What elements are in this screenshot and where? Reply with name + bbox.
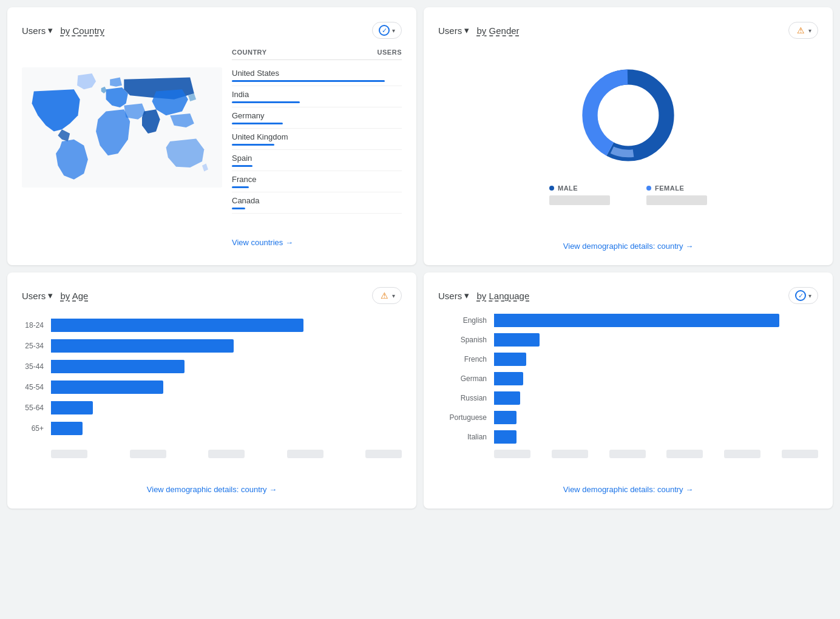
country-name: Germany [232,111,402,120]
country-list-item: Germany [232,107,402,129]
age-bar-row: 18-24 [22,319,402,332]
age-bar-label: 18-24 [22,321,44,330]
axis-label-4 [287,450,323,458]
gender-card: Users▾ by Gender ⚠ ▾ [424,7,833,265]
donut-container: MALE FEMALE [438,49,818,217]
country-title-users: Users [22,25,46,36]
chevron-down-icon: ▾ [392,27,395,34]
country-card: Users▾ by Country ✓ ▾ [7,7,416,265]
country-title-by: by Country [61,25,105,36]
lang-axis-label-3 [609,450,646,458]
view-age-link[interactable]: View demographic details: country → [22,485,402,494]
chevron-down-icon: ▾ [808,27,811,34]
age-dropdown[interactable]: ⚠ ▾ [372,287,402,304]
view-language-row: View demographic details: country → [438,470,818,494]
language-card-title: Users▾ by Language [438,290,529,301]
age-bar-track [51,422,402,435]
language-chart: English Spanish French German Russian Po… [438,314,818,444]
language-bar-label: German [438,374,487,383]
axis-label-1 [51,450,87,458]
female-label: FEMALE [646,184,684,192]
gender-title-users: Users [438,25,462,36]
language-card-header: Users▾ by Language ✓ ▾ [438,287,818,304]
male-label: MALE [549,184,578,192]
country-list: COUNTRY USERS United States India German… [232,49,402,247]
country-rows: United States India Germany United Kingd… [232,65,402,214]
dashboard: Users▾ by Country ✓ ▾ [7,7,833,509]
country-name: United Kingdom [232,132,402,141]
country-bar [232,165,252,167]
country-list-item: Canada [232,192,402,214]
country-card-header: Users▾ by Country ✓ ▾ [22,22,402,39]
country-list-item: United Kingdom [232,129,402,150]
country-bar [232,101,300,103]
gender-dropdown[interactable]: ⚠ ▾ [788,22,818,39]
age-bar-label: 25-34 [22,342,44,350]
language-bar-fill [494,372,523,385]
female-legend: FEMALE [646,184,707,205]
lang-title-by: by Language [477,291,530,301]
language-bar-fill [494,333,540,347]
age-bar-row: 45-54 [22,381,402,394]
country-name: Spain [232,154,402,163]
age-bar-fill [51,319,303,332]
view-countries-link[interactable]: View countries → [232,238,402,247]
country-col-header: COUNTRY [232,49,266,56]
age-bar-track [51,360,402,373]
female-dot [646,186,651,191]
axis-label-3 [208,450,245,458]
axis-label-5 [365,450,402,458]
gender-card-header: Users▾ by Gender ⚠ ▾ [438,22,818,39]
language-bar-fill [494,430,517,444]
language-bar-label: English [438,316,487,325]
country-bar [232,144,274,146]
age-bar-label: 35-44 [22,362,44,371]
age-card-title: Users▾ by Age [22,290,88,301]
lang-title-users: Users [438,291,462,301]
chevron-down-icon: ▾ [392,293,395,299]
country-bar [232,208,245,209]
age-chart: 18-24 25-34 35-44 45-54 55-64 65+ [22,314,402,447]
lang-axis-label-2 [552,450,588,458]
donut-chart [574,61,683,170]
male-legend: MALE [549,184,610,205]
world-map-svg [22,49,222,206]
country-list-item: India [232,86,402,107]
age-bar-row: 25-34 [22,339,402,353]
age-title-users: Users [22,291,46,301]
male-bar [549,195,610,205]
lang-axis-label-5 [724,450,760,458]
language-bar-row: Portuguese [438,411,818,424]
country-name: France [232,175,402,184]
age-bar-fill [51,422,83,435]
country-list-item: Spain [232,150,402,171]
lang-axis-label-1 [494,450,530,458]
view-language-link[interactable]: View demographic details: country → [438,485,818,494]
gender-legend: MALE FEMALE [438,184,818,205]
language-card: Users▾ by Language ✓ ▾ English Spanish F… [424,272,833,509]
country-content: COUNTRY USERS United States India German… [22,49,402,247]
country-card-title: Users▾ by Country [22,25,104,36]
age-bar-track [51,319,402,332]
age-warning-icon: ⚠ [379,290,390,301]
country-dropdown[interactable]: ✓ ▾ [372,22,402,39]
view-countries-row: View countries → [232,223,402,247]
gender-title-by: by Gender [477,25,520,36]
language-bar-row: Russian [438,391,818,405]
age-title-by: by Age [61,291,89,301]
language-bar-track [494,391,818,405]
country-bar [232,123,283,124]
age-bar-row: 55-64 [22,401,402,414]
country-bar [232,186,249,188]
language-bar-row: Italian [438,430,818,444]
language-bar-track [494,314,818,327]
age-bar-track [51,401,402,414]
country-bar [232,80,385,82]
language-bar-row: Spanish [438,333,818,347]
lang-axis-label-6 [782,450,818,458]
male-dot [549,186,554,191]
country-list-header: COUNTRY USERS [232,49,402,60]
view-gender-link[interactable]: View demographic details: country → [438,242,818,251]
language-dropdown[interactable]: ✓ ▾ [788,287,818,304]
country-name: India [232,90,402,99]
